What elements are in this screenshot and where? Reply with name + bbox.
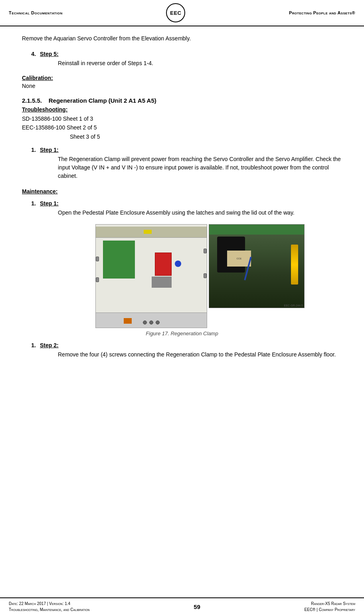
step-1-trouble-item: 1. Step 1: The Regeneration Clamp will p… <box>22 147 342 180</box>
green-board-top <box>209 225 304 235</box>
footer-doc-type: Troubleshooting, Maintenance, and Calibr… <box>9 607 90 613</box>
circle-1 <box>143 320 147 324</box>
figure-caption: Figure 17. Regeneration Clamp <box>22 330 342 336</box>
step-4-body: Reinstall in reverse order of Steps 1-4. <box>58 59 342 68</box>
circle-3 <box>156 320 160 324</box>
step-1-maint-header: 1. Step 1: <box>22 200 342 207</box>
step-4-number: 4. <box>22 51 36 57</box>
circle-2 <box>149 320 153 324</box>
trouble-line1: SD-135886-100 Sheet 1 of 3 <box>22 114 342 123</box>
step-4-title: Step 5: <box>40 51 59 57</box>
logo-text: EEC <box>170 10 181 16</box>
figure-right-wrapper: CCE EEC-GR-244-5 <box>209 224 305 308</box>
maintenance-label: Maintenance: <box>22 188 342 195</box>
trouble-line2: EEC-135886-100 Sheet 2 of 5 <box>22 123 342 132</box>
step-1-maint-number: 1. <box>22 200 36 207</box>
section-heading-2155: 2.1.5.5. Regeneration Clamp (Unit 2 A1 A… <box>22 97 342 104</box>
step-2-header: 1. Step 2: <box>22 342 342 348</box>
footer-proprietary: EEC® | Company Proprietary <box>305 607 355 613</box>
cb-red-component <box>155 253 172 276</box>
cap-label: CCE <box>227 251 251 267</box>
step-1-maint-title: Step 1: <box>40 200 59 207</box>
page-header: Technical Documentation EEC Protecting P… <box>0 0 364 26</box>
figure-container: CCE EEC-GR-244-5 <box>58 224 342 328</box>
footer-system-name: Ranger-X5 Radar System <box>305 601 355 607</box>
header-left-text: Technical Documentation <box>9 10 63 15</box>
connector-2 <box>96 277 99 282</box>
header-right-text: Protecting People and Assets® <box>289 10 355 15</box>
cb-small-circles <box>143 320 160 324</box>
yellow-chip <box>144 230 152 234</box>
circuit-board-graphic <box>96 225 207 328</box>
troubleshooting-section: Troubleshooting: SD-135886-100 Sheet 1 o… <box>22 106 342 141</box>
header-logo: EEC <box>166 3 185 22</box>
footer-right: Ranger-X5 Radar System EEC® | Company Pr… <box>305 601 355 613</box>
page-footer: Date: 22 March 2017 | Version: 1.4 Troub… <box>0 597 364 615</box>
step-2-number: 1. <box>22 342 36 348</box>
step-1-maint-body: Open the Pedestal Plate Enclosure Assemb… <box>58 209 342 217</box>
troubleshooting-lines: SD-135886-100 Sheet 1 of 3 EEC-135886-10… <box>22 114 342 141</box>
figure-right-image: CCE <box>209 224 305 308</box>
cb-left-connectors <box>96 257 99 282</box>
step-2-item: 1. Step 2: Remove the four (4) screws co… <box>22 342 342 359</box>
cb-green-component <box>103 241 135 279</box>
footer-left: Date: 22 March 2017 | Version: 1.4 Troub… <box>9 601 90 613</box>
footer-date: Date: 22 March 2017 | Version: 1.4 <box>9 601 90 607</box>
figure-left-image <box>95 224 207 328</box>
intro-paragraph: Remove the Aquarian Servo Controller fro… <box>22 34 342 43</box>
step-1-trouble-title: Step 1: <box>40 147 59 153</box>
footer-page-number: 59 <box>194 603 200 610</box>
connector-1 <box>96 257 99 261</box>
connector-3 <box>204 249 207 253</box>
eec-figure-label: EEC-GR-244-5 <box>284 304 303 307</box>
gold-resistor <box>291 245 298 285</box>
cb-top-bar <box>96 227 207 238</box>
logo-circle: EEC <box>166 3 185 22</box>
cb-orange-component <box>124 318 132 324</box>
step-2-body: Remove the four (4) screws connecting th… <box>58 350 342 359</box>
step-1-trouble-body: The Regeneration Clamp will prevent powe… <box>58 155 342 180</box>
calibration-value: None <box>22 83 342 89</box>
step-4-header: 4. Step 5: <box>22 51 342 57</box>
cb-right-connectors <box>204 249 207 278</box>
step-1-trouble-number: 1. <box>22 147 36 153</box>
cb-bottom-bar <box>96 312 207 328</box>
connector-4 <box>204 273 207 278</box>
step-1-maint-item: 1. Step 1: Open the Pedestal Plate Enclo… <box>22 200 342 217</box>
cb-gray-connector <box>152 277 172 288</box>
calibration-label: Calibration: <box>22 75 342 81</box>
troubleshooting-label: Troubleshooting: <box>22 106 342 113</box>
main-content: Remove the Aquarian Servo Controller fro… <box>0 26 364 374</box>
capacitor-black: CCE <box>217 237 245 273</box>
step-4-item: 4. Step 5: Reinstall in reverse order of… <box>22 51 342 68</box>
step-2-title: Step 2: <box>40 342 59 348</box>
trouble-line3: Sheet 3 of 5 <box>70 132 342 141</box>
calibration-section: Calibration: None <box>22 75 342 89</box>
cb-blue-dot <box>175 261 181 267</box>
step-1-trouble-header: 1. Step 1: <box>22 147 342 153</box>
